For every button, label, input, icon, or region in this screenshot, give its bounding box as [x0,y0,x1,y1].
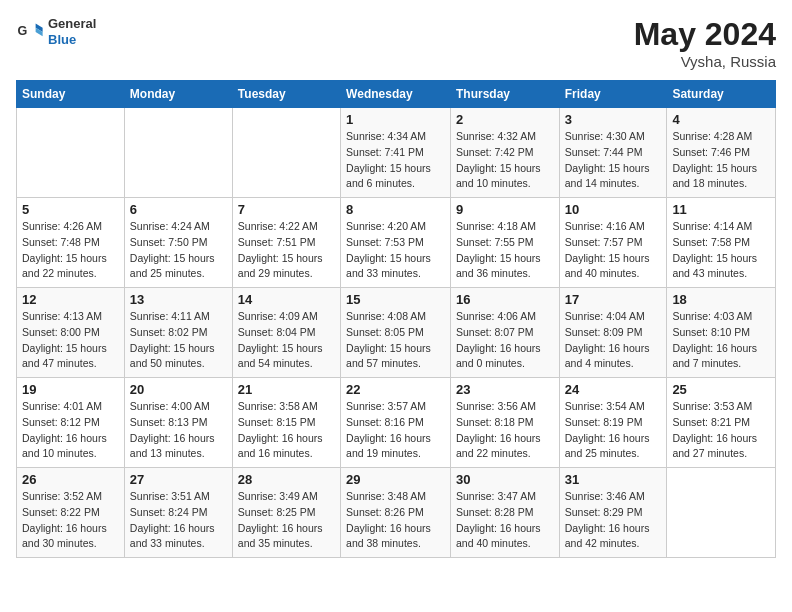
day-number: 8 [346,202,445,217]
day-number: 7 [238,202,335,217]
week-row-1: 1Sunrise: 4:34 AMSunset: 7:41 PMDaylight… [17,108,776,198]
day-info: Sunrise: 4:32 AMSunset: 7:42 PMDaylight:… [456,129,554,192]
week-row-4: 19Sunrise: 4:01 AMSunset: 8:12 PMDayligh… [17,378,776,468]
day-info: Sunrise: 4:26 AMSunset: 7:48 PMDaylight:… [22,219,119,282]
calendar-cell: 30Sunrise: 3:47 AMSunset: 8:28 PMDayligh… [450,468,559,558]
calendar-cell: 10Sunrise: 4:16 AMSunset: 7:57 PMDayligh… [559,198,667,288]
header-sunday: Sunday [17,81,125,108]
day-number: 27 [130,472,227,487]
day-info: Sunrise: 4:00 AMSunset: 8:13 PMDaylight:… [130,399,227,462]
day-info: Sunrise: 3:58 AMSunset: 8:15 PMDaylight:… [238,399,335,462]
header-saturday: Saturday [667,81,776,108]
day-number: 4 [672,112,770,127]
calendar-cell: 2Sunrise: 4:32 AMSunset: 7:42 PMDaylight… [450,108,559,198]
title-block: May 2024 Vysha, Russia [634,16,776,70]
logo-blue: Blue [48,32,96,48]
day-number: 13 [130,292,227,307]
header-monday: Monday [124,81,232,108]
day-info: Sunrise: 4:24 AMSunset: 7:50 PMDaylight:… [130,219,227,282]
calendar-cell [667,468,776,558]
calendar-cell: 15Sunrise: 4:08 AMSunset: 8:05 PMDayligh… [341,288,451,378]
calendar-cell: 1Sunrise: 4:34 AMSunset: 7:41 PMDaylight… [341,108,451,198]
day-info: Sunrise: 4:01 AMSunset: 8:12 PMDaylight:… [22,399,119,462]
day-number: 22 [346,382,445,397]
calendar-cell: 25Sunrise: 3:53 AMSunset: 8:21 PMDayligh… [667,378,776,468]
calendar-cell: 6Sunrise: 4:24 AMSunset: 7:50 PMDaylight… [124,198,232,288]
day-info: Sunrise: 4:03 AMSunset: 8:10 PMDaylight:… [672,309,770,372]
month-year: May 2024 [634,16,776,53]
calendar-cell [17,108,125,198]
day-number: 29 [346,472,445,487]
day-info: Sunrise: 4:06 AMSunset: 8:07 PMDaylight:… [456,309,554,372]
header-tuesday: Tuesday [232,81,340,108]
calendar-cell: 3Sunrise: 4:30 AMSunset: 7:44 PMDaylight… [559,108,667,198]
logo: G General Blue [16,16,96,47]
calendar-cell: 27Sunrise: 3:51 AMSunset: 8:24 PMDayligh… [124,468,232,558]
day-number: 5 [22,202,119,217]
calendar-cell: 9Sunrise: 4:18 AMSunset: 7:55 PMDaylight… [450,198,559,288]
header-wednesday: Wednesday [341,81,451,108]
calendar-cell: 21Sunrise: 3:58 AMSunset: 8:15 PMDayligh… [232,378,340,468]
day-info: Sunrise: 3:47 AMSunset: 8:28 PMDaylight:… [456,489,554,552]
day-number: 18 [672,292,770,307]
header-friday: Friday [559,81,667,108]
calendar-cell [232,108,340,198]
day-info: Sunrise: 4:20 AMSunset: 7:53 PMDaylight:… [346,219,445,282]
day-number: 25 [672,382,770,397]
day-info: Sunrise: 3:46 AMSunset: 8:29 PMDaylight:… [565,489,662,552]
day-info: Sunrise: 4:09 AMSunset: 8:04 PMDaylight:… [238,309,335,372]
svg-text:G: G [17,23,27,37]
day-number: 14 [238,292,335,307]
day-info: Sunrise: 4:14 AMSunset: 7:58 PMDaylight:… [672,219,770,282]
day-number: 17 [565,292,662,307]
day-number: 20 [130,382,227,397]
day-info: Sunrise: 4:30 AMSunset: 7:44 PMDaylight:… [565,129,662,192]
logo-text: General Blue [48,16,96,47]
day-number: 3 [565,112,662,127]
day-number: 21 [238,382,335,397]
day-number: 11 [672,202,770,217]
calendar-cell: 4Sunrise: 4:28 AMSunset: 7:46 PMDaylight… [667,108,776,198]
day-info: Sunrise: 4:04 AMSunset: 8:09 PMDaylight:… [565,309,662,372]
page-header: G General Blue May 2024 Vysha, Russia [16,16,776,70]
day-info: Sunrise: 4:11 AMSunset: 8:02 PMDaylight:… [130,309,227,372]
day-info: Sunrise: 3:52 AMSunset: 8:22 PMDaylight:… [22,489,119,552]
calendar-cell: 31Sunrise: 3:46 AMSunset: 8:29 PMDayligh… [559,468,667,558]
day-info: Sunrise: 4:28 AMSunset: 7:46 PMDaylight:… [672,129,770,192]
day-info: Sunrise: 3:49 AMSunset: 8:25 PMDaylight:… [238,489,335,552]
calendar-cell: 8Sunrise: 4:20 AMSunset: 7:53 PMDaylight… [341,198,451,288]
day-number: 23 [456,382,554,397]
day-info: Sunrise: 3:51 AMSunset: 8:24 PMDaylight:… [130,489,227,552]
logo-icon: G [16,18,44,46]
calendar-cell: 16Sunrise: 4:06 AMSunset: 8:07 PMDayligh… [450,288,559,378]
calendar-header-row: SundayMondayTuesdayWednesdayThursdayFrid… [17,81,776,108]
day-number: 6 [130,202,227,217]
day-number: 30 [456,472,554,487]
day-info: Sunrise: 3:57 AMSunset: 8:16 PMDaylight:… [346,399,445,462]
calendar-cell [124,108,232,198]
location: Vysha, Russia [634,53,776,70]
day-number: 2 [456,112,554,127]
day-number: 31 [565,472,662,487]
day-info: Sunrise: 3:48 AMSunset: 8:26 PMDaylight:… [346,489,445,552]
calendar-cell: 17Sunrise: 4:04 AMSunset: 8:09 PMDayligh… [559,288,667,378]
week-row-3: 12Sunrise: 4:13 AMSunset: 8:00 PMDayligh… [17,288,776,378]
day-number: 28 [238,472,335,487]
week-row-2: 5Sunrise: 4:26 AMSunset: 7:48 PMDaylight… [17,198,776,288]
calendar-cell: 7Sunrise: 4:22 AMSunset: 7:51 PMDaylight… [232,198,340,288]
week-row-5: 26Sunrise: 3:52 AMSunset: 8:22 PMDayligh… [17,468,776,558]
day-info: Sunrise: 3:54 AMSunset: 8:19 PMDaylight:… [565,399,662,462]
calendar-cell: 11Sunrise: 4:14 AMSunset: 7:58 PMDayligh… [667,198,776,288]
day-info: Sunrise: 4:16 AMSunset: 7:57 PMDaylight:… [565,219,662,282]
day-number: 26 [22,472,119,487]
day-number: 19 [22,382,119,397]
calendar-cell: 22Sunrise: 3:57 AMSunset: 8:16 PMDayligh… [341,378,451,468]
day-info: Sunrise: 3:56 AMSunset: 8:18 PMDaylight:… [456,399,554,462]
day-info: Sunrise: 4:34 AMSunset: 7:41 PMDaylight:… [346,129,445,192]
calendar-cell: 23Sunrise: 3:56 AMSunset: 8:18 PMDayligh… [450,378,559,468]
day-number: 9 [456,202,554,217]
day-number: 10 [565,202,662,217]
day-info: Sunrise: 4:08 AMSunset: 8:05 PMDaylight:… [346,309,445,372]
calendar-cell: 26Sunrise: 3:52 AMSunset: 8:22 PMDayligh… [17,468,125,558]
day-info: Sunrise: 4:22 AMSunset: 7:51 PMDaylight:… [238,219,335,282]
